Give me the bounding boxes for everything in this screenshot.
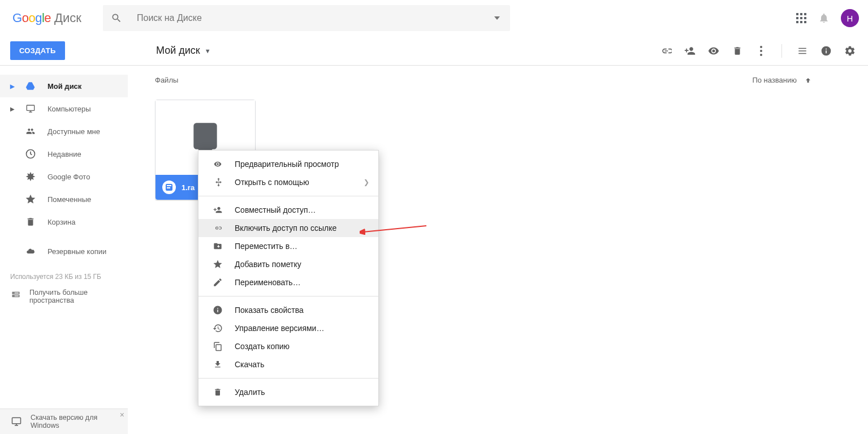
ctx-move[interactable]: Переместить в… [198,237,378,255]
copy-icon [212,341,223,352]
ctx-share[interactable]: Совместный доступ… [198,201,378,219]
download-banner-label: Скачать версию для Windows [31,414,118,429]
history-icon [212,323,223,334]
arrow-up-icon [805,76,811,84]
sort-button[interactable]: По названию [752,76,811,84]
breadcrumb-label: Мой диск [156,45,200,57]
sidebar-item-trash[interactable]: ▶ Корзина [0,210,128,233]
logo[interactable]: Google Диск [12,11,103,25]
svg-rect-9 [216,345,221,351]
rename-icon [212,277,223,288]
more-icon[interactable] [755,45,767,57]
people-icon [25,126,36,137]
search-input[interactable] [137,13,492,23]
ctx-label: Управление версиями… [235,324,324,333]
caret-down-icon: ▼ [205,48,211,54]
sidebar-item-photos[interactable]: ▶ Google Фото [0,165,128,188]
section-title: Файлы [155,76,178,84]
get-link-icon[interactable] [660,45,672,57]
sidebar-item-recent[interactable]: ▶ Недавние [0,143,128,165]
sidebar-item-label: Недавние [47,150,81,158]
svg-point-2 [760,54,762,56]
storage-text: Используется 23 КБ из 15 ГБ [0,263,128,289]
sidebar-item-label: Резервные копии [47,247,106,256]
chevron-right-icon: ❯ [364,178,369,186]
upsell-storage[interactable]: Получить больше пространства [0,289,128,304]
open-with-icon [212,177,223,188]
close-icon[interactable]: × [120,410,124,419]
svg-rect-3 [27,105,34,110]
sidebar-item-my-drive[interactable]: ▶ Мой диск [0,75,128,97]
ctx-get-link[interactable]: Включить доступ по ссылке [198,219,378,237]
breadcrumb[interactable]: Мой диск ▼ [156,45,211,57]
ctx-delete[interactable]: Удалить [198,383,378,401]
trash-icon [25,216,36,227]
ctx-label: Переместить в… [235,242,297,251]
ctx-details[interactable]: Показать свойства [198,301,378,319]
ctx-label: Скачать [235,360,265,369]
star-icon [212,259,223,270]
sidebar-item-label: Мой диск [47,82,81,91]
delete-icon [212,386,223,398]
svg-point-8 [14,296,14,297]
link-icon [212,222,223,234]
settings-icon[interactable] [844,45,856,57]
sidebar-item-label: Помеченные [47,195,91,204]
sidebar-item-starred[interactable]: ▶ Помеченные [0,188,128,210]
notifications-icon[interactable] [818,12,830,24]
computer-icon [25,103,36,114]
info-icon [212,304,223,316]
delete-icon[interactable] [732,45,743,57]
ctx-star[interactable]: Добавить пометку [198,255,378,273]
ctx-label: Создать копию [235,342,290,351]
preview-icon[interactable] [708,45,719,57]
list-view-icon[interactable] [797,45,808,57]
download-banner[interactable]: × Скачать версию для Windows [0,409,128,434]
ctx-label: Совместный доступ… [235,205,316,214]
cloud-icon [25,246,36,257]
sort-label: По названию [752,76,797,84]
info-icon[interactable] [821,45,832,57]
desktop-icon [10,416,23,427]
star-icon [25,194,36,205]
svg-point-7 [14,293,14,293]
ctx-versions[interactable]: Управление версиями… [198,319,378,337]
expand-icon[interactable]: ▶ [10,106,14,112]
ctx-label: Удалить [235,388,265,397]
svg-point-1 [760,50,762,52]
share-icon[interactable] [684,45,696,57]
sidebar-item-backups[interactable]: ▶ Резервные копии [0,240,128,263]
folder-move-icon [212,240,223,252]
create-button[interactable]: СОЗДАТЬ [10,41,65,60]
ctx-rename[interactable]: Переименовать… [198,273,378,291]
ctx-label: Включить доступ по ссылке [235,224,336,233]
sidebar-item-label: Компьютеры [47,105,91,113]
sidebar-item-computers[interactable]: ▶ Компьютеры [0,97,128,120]
ctx-download[interactable]: Скачать [198,355,378,373]
search-options-caret-icon[interactable] [492,14,502,22]
apps-grid-icon[interactable] [796,12,807,24]
separator [198,378,378,379]
ctx-open-with[interactable]: Открыть с помощью ❯ [198,173,378,191]
ctx-preview[interactable]: Предварительный просмотр [198,155,378,173]
search-icon [111,12,122,24]
ctx-label: Открыть с помощью [235,178,309,187]
eye-icon [212,158,223,170]
drive-icon [25,80,36,92]
sidebar-item-shared[interactable]: ▶ Доступные мне [0,120,128,143]
download-icon [212,359,223,370]
ctx-label: Переименовать… [235,278,301,287]
person-add-icon [212,204,223,216]
avatar[interactable]: Н [841,9,859,27]
search-bar[interactable] [103,5,510,31]
google-logo: Google [12,11,51,25]
storage-icon [10,291,21,302]
ctx-copy[interactable]: Создать копию [198,337,378,355]
sidebar-item-label: Корзина [47,218,76,226]
file-name: 1.ra [182,183,195,192]
svg-rect-11 [12,418,21,424]
expand-icon[interactable]: ▶ [10,83,14,89]
separator [198,296,378,297]
sidebar: ▶ Мой диск ▶ Компьютеры ▶ Доступные мне … [0,66,128,434]
svg-point-0 [760,46,762,48]
